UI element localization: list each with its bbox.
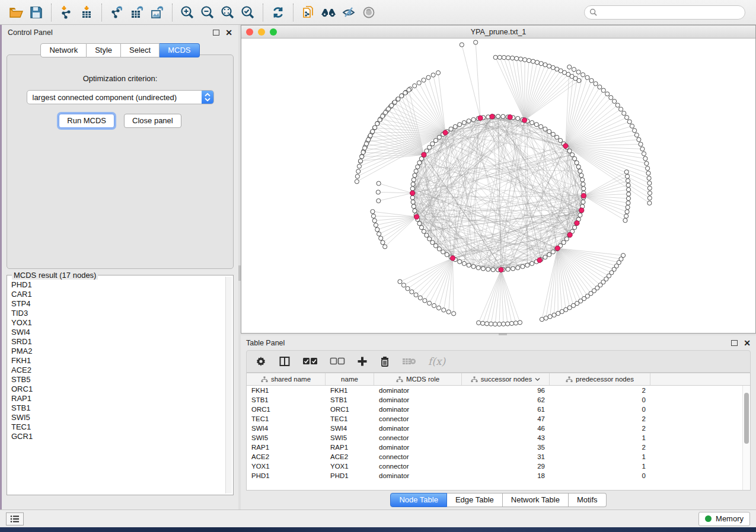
tab-select[interactable]: Select (121, 43, 160, 57)
column-header-mcds-role[interactable]: MCDS role (374, 373, 462, 385)
network-canvas[interactable] (241, 39, 755, 333)
result-node[interactable]: SWI5 (11, 413, 225, 422)
mcds-result-list[interactable]: PHD1CAR1STP4TID3YOX1SWI4SRD1PMA2FKH1ACE2… (7, 275, 225, 495)
cell-name[interactable]: SWI4 (326, 425, 374, 432)
run-mcds-button[interactable]: Run MCDS (59, 114, 114, 128)
export-image-button[interactable] (147, 3, 167, 22)
result-node[interactable]: CAR1 (11, 290, 225, 299)
cell-name[interactable]: RAP1 (326, 444, 374, 451)
cell-successor-nodes[interactable]: 35 (462, 444, 550, 451)
cell-mcds-role[interactable]: dominator (374, 444, 462, 451)
result-node[interactable]: GCR1 (11, 432, 225, 441)
open-file-button[interactable] (6, 3, 26, 22)
tab-style[interactable]: Style (87, 43, 121, 57)
cell-mcds-role[interactable]: connector (374, 415, 462, 422)
cell-mcds-role[interactable]: dominator (374, 396, 462, 403)
cell-shared-name[interactable]: FKH1 (247, 387, 326, 394)
result-node[interactable]: RAP1 (11, 394, 225, 403)
table-row[interactable]: STB1STB1dominator620 (247, 395, 742, 405)
cell-successor-nodes[interactable]: 61 (462, 406, 550, 413)
cell-shared-name[interactable]: PHD1 (247, 472, 326, 479)
result-node[interactable]: ACE2 (11, 366, 225, 375)
task-history-button[interactable] (6, 512, 24, 525)
table-row[interactable]: ORC1ORC1dominator610 (247, 405, 742, 414)
result-node[interactable]: STB1 (11, 403, 225, 413)
table-scrollbar[interactable] (742, 386, 750, 490)
tab-network-table[interactable]: Network Table (503, 493, 569, 507)
cell-predecessor-nodes[interactable]: 1 (550, 463, 650, 470)
cell-mcds-role[interactable]: connector (374, 453, 462, 460)
float-panel-icon[interactable] (213, 30, 219, 36)
cell-name[interactable]: FKH1 (326, 387, 374, 394)
tab-motifs[interactable]: Motifs (569, 493, 607, 507)
cell-predecessor-nodes[interactable]: 2 (550, 387, 650, 394)
hide-graphics-details-button[interactable] (339, 3, 359, 22)
table-row[interactable]: YOX1YOX1connector291 (247, 462, 742, 471)
vertical-splitter[interactable] (238, 25, 241, 509)
result-node[interactable]: TEC1 (11, 422, 225, 432)
cell-predecessor-nodes[interactable]: 0 (550, 472, 650, 479)
column-header-successor-nodes[interactable]: successor nodes (462, 373, 550, 385)
result-node[interactable]: ORC1 (11, 384, 225, 394)
table-row[interactable]: ACE2ACE2connector311 (247, 452, 742, 462)
close-panel-icon[interactable]: ✕ (225, 30, 232, 36)
close-table-panel-icon[interactable]: ✕ (744, 340, 751, 346)
cell-predecessor-nodes[interactable]: 0 (550, 396, 650, 403)
result-node[interactable]: STB5 (11, 375, 225, 384)
tab-node-table[interactable]: Node Table (390, 493, 447, 507)
cell-predecessor-nodes[interactable]: 2 (550, 415, 650, 422)
result-node[interactable]: FKH1 (11, 356, 225, 366)
cell-predecessor-nodes[interactable]: 2 (550, 444, 650, 451)
save-session-button[interactable] (26, 3, 46, 22)
cell-name[interactable]: ORC1 (326, 406, 374, 413)
cell-shared-name[interactable]: ACE2 (247, 453, 326, 460)
table-row[interactable]: FKH1FKH1dominator962 (247, 386, 742, 395)
zoom-out-button[interactable] (197, 3, 218, 22)
criterion-select[interactable]: largest connected component (undirected) (27, 90, 214, 104)
tab-mcds[interactable]: MCDS (160, 43, 199, 57)
cell-name[interactable]: SWI5 (326, 434, 374, 441)
table-row[interactable]: PHD1PHD1dominator180 (247, 471, 742, 480)
refresh-layout-button[interactable] (268, 3, 288, 22)
table-row[interactable]: SWI4SWI4dominator462 (247, 424, 742, 433)
cell-name[interactable]: STB1 (326, 396, 374, 403)
cell-shared-name[interactable]: YOX1 (247, 463, 326, 470)
cell-successor-nodes[interactable]: 29 (462, 463, 550, 470)
memory-button[interactable]: Memory (698, 512, 750, 526)
cell-predecessor-nodes[interactable]: 2 (550, 425, 650, 432)
export-network-button[interactable] (107, 3, 127, 22)
zoom-selected-button[interactable] (238, 3, 258, 22)
cell-name[interactable]: ACE2 (326, 453, 374, 460)
cell-successor-nodes[interactable]: 31 (462, 453, 550, 460)
import-network-button[interactable] (56, 3, 76, 22)
table-row[interactable]: TEC1TEC1connector472 (247, 414, 742, 424)
cell-name[interactable]: YOX1 (326, 463, 374, 470)
cell-mcds-role[interactable]: dominator (374, 425, 462, 432)
clone-network-button[interactable] (298, 3, 318, 22)
table-row[interactable]: RAP1RAP1dominator352 (247, 443, 742, 452)
cell-shared-name[interactable]: ORC1 (247, 406, 326, 413)
network-search-field[interactable] (584, 5, 745, 20)
cell-mcds-role[interactable]: dominator (374, 406, 462, 413)
export-table-button[interactable] (127, 3, 147, 22)
select-all-button[interactable] (302, 357, 318, 366)
table-row[interactable]: SWI5SWI5connector431 (247, 433, 742, 443)
cell-successor-nodes[interactable]: 18 (462, 472, 550, 479)
column-layout-button[interactable] (279, 355, 291, 367)
cell-shared-name[interactable]: TEC1 (247, 415, 326, 422)
cell-successor-nodes[interactable]: 47 (462, 415, 550, 422)
cell-successor-nodes[interactable]: 46 (462, 425, 550, 432)
cell-name[interactable]: PHD1 (326, 472, 374, 479)
result-node[interactable]: SRD1 (11, 337, 225, 347)
horizontal-splitter[interactable] (241, 334, 756, 335)
deselect-all-button[interactable] (330, 357, 345, 366)
cell-predecessor-nodes[interactable]: 1 (550, 453, 650, 460)
zoom-in-button[interactable] (177, 3, 197, 22)
cell-shared-name[interactable]: RAP1 (247, 444, 326, 451)
import-table-button[interactable] (76, 3, 97, 22)
network-view-titlebar[interactable]: YPA_prune.txt_1 (241, 25, 755, 39)
search-network-button[interactable] (318, 3, 339, 22)
cell-mcds-role[interactable]: dominator (374, 472, 462, 479)
tab-edge-table[interactable]: Edge Table (447, 493, 503, 507)
search-input[interactable] (600, 8, 740, 17)
